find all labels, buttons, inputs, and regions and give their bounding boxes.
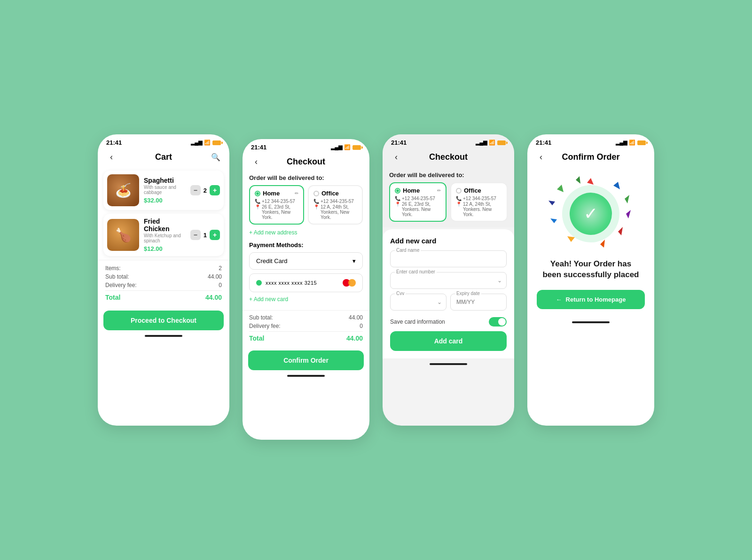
office-phone: 📞 +12 344-235-57 [313, 199, 357, 204]
qty-control-spaghetti: − 2 + [190, 185, 220, 195]
svg-marker-7 [567, 236, 575, 242]
screen-checkout: 21:41 ▂▄▆ 📶 ‹ Checkout Order will be del… [243, 139, 369, 440]
back-button-4[interactable]: ‹ [535, 151, 547, 163]
svg-marker-10 [576, 176, 580, 184]
cart-item-spaghetti: 🍝 Spaghetti With sauce and cabbage $32.0… [103, 171, 224, 210]
pin-icon-office-3: 📍 [456, 202, 462, 207]
address-card-office-header-3: Office [456, 187, 502, 194]
checkmark-icon: ✓ [584, 204, 598, 224]
status-icons-2: ▂▄▆ 📶 [331, 144, 361, 150]
add-card-modal: Add new card Card name Enter card number… [383, 229, 514, 358]
delivery-label-2: Order will be delivered to: [243, 171, 369, 183]
status-bar-4: 21:41 ▂▄▆ 📶 [527, 134, 654, 148]
nav-header-1: ‹ Cart 🔍 [98, 148, 229, 167]
address-card-home[interactable]: Home ✏ 📞 +12 344-235-57 📍 26 E, 23rd St,… [249, 185, 304, 225]
expiry-input[interactable] [450, 294, 507, 311]
wifi-icon-2: 📶 [344, 144, 351, 150]
payment-section: Payment Methods: Credit Card ▾ xxxx xxxx… [243, 240, 369, 308]
search-button-1[interactable]: 🔍 [210, 151, 222, 163]
phone-icon-home: 📞 [255, 199, 260, 204]
card-number-label: Enter card number [395, 269, 437, 274]
chevron-down-icon: ▾ [352, 257, 356, 264]
status-time-4: 21:41 [536, 139, 551, 146]
address-card-office-header: Office [313, 190, 357, 197]
page-title-1: Cart [118, 152, 210, 162]
return-to-homepage-button[interactable]: ← Return to Homepage [537, 290, 645, 309]
checkout-subtotal-label: Sub total: [249, 314, 273, 321]
address-card-office[interactable]: Office 📞 +12 344-235-57 📍 12 A, 24th St,… [308, 185, 363, 225]
checkout-delivery-label: Delivery fee: [249, 323, 281, 329]
delivery-label: Delivery fee: [105, 282, 137, 288]
status-bar-2: 21:41 ▂▄▆ 📶 [243, 139, 369, 153]
svg-marker-5 [618, 227, 623, 235]
confirm-order-button[interactable]: Confirm Order [248, 350, 364, 370]
wifi-icon-3: 📶 [489, 140, 495, 146]
card-number-field-wrap: Enter card number ⌄ [390, 272, 507, 289]
status-bar-1: 21:41 ▂▄▆ 📶 [98, 134, 229, 148]
save-card-toggle[interactable] [489, 317, 507, 327]
proceed-to-checkout-button[interactable]: Proceed to Checkout [103, 311, 224, 330]
summary-total-row: Total 44.00 [105, 290, 222, 301]
wifi-icon-1: 📶 [204, 140, 211, 146]
checkout-delivery-value: 0 [360, 323, 363, 329]
back-button-3[interactable]: ‹ [390, 151, 402, 163]
qty-plus-spaghetti[interactable]: + [210, 185, 220, 195]
radio-home [255, 191, 260, 196]
signal-icon-1: ▂▄▆ [191, 140, 202, 146]
qty-value-spaghetti: 2 [204, 187, 207, 194]
saved-card-option[interactable]: xxxx xxxx xxxx 3215 [249, 273, 363, 292]
qty-plus-chicken[interactable]: + [210, 230, 220, 240]
address-office-name: Office [313, 190, 339, 197]
home-indicator-4 [572, 321, 610, 323]
add-card-button[interactable]: Add card [390, 331, 507, 351]
subtotal-value: 44.00 [208, 273, 222, 280]
delivery-value: 0 [219, 282, 222, 288]
cart-item-desc-chicken: With Ketchup and spinach [144, 233, 186, 243]
card-number-input[interactable] [390, 272, 507, 289]
qty-minus-spaghetti[interactable]: − [190, 185, 201, 195]
status-time-2: 21:41 [251, 144, 266, 151]
payment-method-dropdown[interactable]: Credit Card ▾ [249, 252, 363, 270]
page-title-3: Checkout [402, 152, 494, 162]
page-title-2: Checkout [262, 157, 350, 167]
signal-icon-3: ▂▄▆ [476, 140, 487, 146]
address-card-office-3[interactable]: Office 📞 +12 344-235-57 📍 12 A, 24th St,… [450, 182, 508, 222]
office-phone-3: 📞 +12 344-235-57 [456, 196, 502, 201]
payment-method-value: Credit Card [256, 257, 287, 264]
card-name-input[interactable] [390, 250, 507, 267]
phone-icon-office: 📞 [313, 199, 319, 204]
radio-office [313, 191, 319, 196]
back-button-1[interactable]: ‹ [105, 151, 118, 163]
address-card-home-3[interactable]: Home ✏ 📞 +12 344-235-57 📍 26 E, 23rd St,… [389, 182, 446, 222]
add-address-link[interactable]: + Add new address [243, 228, 369, 240]
cvv-chevron: ⌄ [437, 299, 442, 305]
wifi-icon-4: 📶 [629, 140, 635, 146]
save-card-row: Save card information [390, 315, 507, 331]
qty-value-chicken: 1 [204, 232, 207, 239]
nav-header-2: ‹ Checkout [243, 153, 369, 171]
home-indicator-3 [430, 363, 467, 365]
office-address-3: 📍 12 A, 24th St, Yonkers. New York. [456, 202, 502, 217]
status-time-1: 21:41 [106, 139, 122, 146]
status-icons-1: ▂▄▆ 📶 [191, 140, 221, 146]
payment-label: Payment Methods: [249, 241, 363, 249]
cvv-label: Cvv [395, 291, 406, 296]
svg-marker-6 [600, 240, 605, 248]
summary-subtotal-row: Sub total: 44.00 [105, 273, 222, 280]
edit-home-icon-3[interactable]: ✏ [437, 188, 441, 193]
checkout-subtotal-row: Sub total: 44.00 [249, 314, 363, 321]
status-icons-4: ▂▄▆ 📶 [616, 140, 646, 146]
cvv-field-wrap: Cvv ⌄ [390, 294, 446, 311]
qty-minus-chicken[interactable]: − [190, 230, 201, 240]
battery-icon-4 [637, 140, 646, 145]
expiry-label: Expiry date [455, 291, 481, 296]
back-button-2[interactable]: ‹ [250, 156, 262, 168]
checkout-total-value: 44.00 [346, 334, 363, 342]
address-home-name-3: Home [395, 187, 420, 194]
home-indicator-2 [287, 375, 325, 377]
cvv-expiry-row: Cvv ⌄ Expiry date [390, 294, 507, 315]
page-title-4: Confirm Order [547, 152, 634, 162]
summary-delivery-row: Delivery fee: 0 [105, 282, 222, 288]
add-card-link[interactable]: + Add new card [249, 295, 363, 306]
edit-home-icon[interactable]: ✏ [295, 191, 298, 196]
